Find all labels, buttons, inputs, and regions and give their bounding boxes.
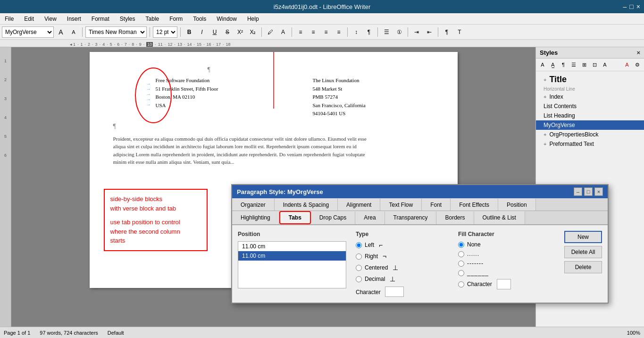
- paragraph-text[interactable]: Proident, excepteur ea aliqua commodo qu…: [113, 135, 434, 166]
- tab-indents-spacing[interactable]: Indents & Spacing: [275, 198, 338, 211]
- style-item-index[interactable]: + Index: [536, 92, 644, 101]
- list-num-button[interactable]: ①: [393, 26, 405, 38]
- font-size-dropdown[interactable]: 12 pt: [153, 26, 177, 38]
- styles-color-btn[interactable]: A: [622, 60, 632, 69]
- tab-position[interactable]: Position: [498, 198, 536, 211]
- style-item-list-contents[interactable]: List Contents: [536, 101, 644, 111]
- styles-tb-btn-7[interactable]: A: [600, 60, 610, 69]
- clear-format-button[interactable]: T: [454, 26, 465, 38]
- styles-title: Styles: [540, 49, 558, 56]
- menu-window[interactable]: Window: [215, 15, 239, 23]
- close-button[interactable]: ×: [636, 3, 640, 10]
- fill-underline-radio[interactable]: [458, 270, 464, 276]
- tab-tabs[interactable]: Tabs: [279, 211, 311, 224]
- tab-drop-caps[interactable]: Drop Caps: [311, 211, 355, 224]
- menu-edit[interactable]: Edit: [22, 15, 36, 23]
- bold-button[interactable]: B: [184, 26, 195, 38]
- new-button[interactable]: New: [564, 231, 602, 243]
- font-size-up-btn[interactable]: A: [55, 26, 67, 38]
- paragraph-dialog[interactable]: Paragraph Style: MyOrgVerse – □ × Organi…: [231, 184, 609, 304]
- font-color-button[interactable]: A: [277, 26, 289, 38]
- styles-close-button[interactable]: ×: [636, 49, 640, 56]
- dialog-controls[interactable]: – □ ×: [574, 187, 603, 196]
- tab-transparency[interactable]: Transparency: [385, 211, 437, 224]
- styles-tb-btn-1[interactable]: A: [538, 60, 547, 69]
- styles-tb-btn-4[interactable]: ☰: [569, 60, 578, 69]
- menu-tools[interactable]: Tools: [191, 15, 208, 23]
- tab-organizer[interactable]: Organizer: [232, 198, 275, 211]
- style-item-preformatted[interactable]: + Preformatted Text: [536, 139, 644, 149]
- tab-outline-list[interactable]: Outline & List: [474, 211, 525, 224]
- minimize-button[interactable]: –: [623, 3, 627, 10]
- style-dropdown[interactable]: MyOrgVerse: [2, 26, 54, 38]
- tab-alignment[interactable]: Alignment: [338, 198, 380, 211]
- delete-all-button[interactable]: Delete All: [564, 246, 602, 258]
- tab-text-flow[interactable]: Text Flow: [380, 198, 422, 211]
- fill-character-input[interactable]: [497, 279, 511, 289]
- style-item-orgproperties[interactable]: + OrgPropertiesBlock: [536, 130, 644, 139]
- style-item-list-heading[interactable]: List Heading: [536, 111, 644, 120]
- dialog-close-btn[interactable]: ×: [594, 187, 603, 196]
- align-right-button[interactable]: ≡: [320, 26, 332, 38]
- type-right-radio[interactable]: [356, 254, 362, 260]
- position-list[interactable]: 11.00 cm 11.00 cm: [238, 241, 346, 288]
- fill-character-radio[interactable]: [458, 281, 464, 287]
- menu-insert[interactable]: Insert: [65, 15, 83, 23]
- fill-dots-radio[interactable]: [458, 251, 464, 257]
- menu-file[interactable]: File: [3, 15, 16, 23]
- position-item-1[interactable]: 11.00 cm: [238, 242, 346, 251]
- indent-button[interactable]: ⇥: [411, 26, 422, 38]
- menu-form[interactable]: Form: [167, 15, 184, 23]
- styles-tb-btn-5[interactable]: ⊞: [579, 60, 589, 69]
- window-controls[interactable]: – □ ×: [623, 3, 640, 10]
- tab-font-effects[interactable]: Font Effects: [451, 198, 498, 211]
- menu-table[interactable]: Table: [144, 15, 161, 23]
- style-item-myorgverse[interactable]: MyOrgVerse: [536, 120, 644, 130]
- show-formatting-button[interactable]: ¶: [441, 26, 452, 38]
- delete-button[interactable]: Delete: [564, 261, 602, 273]
- sep9: [438, 27, 438, 37]
- type-centered-radio[interactable]: [356, 265, 362, 271]
- superscript-button[interactable]: X²: [234, 26, 246, 38]
- menu-format[interactable]: Format: [90, 15, 111, 23]
- tab-font[interactable]: Font: [422, 198, 451, 211]
- italic-button[interactable]: I: [196, 26, 208, 38]
- tab-borders[interactable]: Borders: [436, 211, 474, 224]
- style-item-title[interactable]: + Title: [536, 73, 644, 86]
- dialog-maximize-btn[interactable]: □: [584, 187, 593, 196]
- styles-tb-btn-3[interactable]: ¶: [559, 60, 568, 69]
- strikethrough-button[interactable]: S: [222, 26, 233, 38]
- font-size-down-btn[interactable]: A: [68, 26, 79, 38]
- font-name-dropdown[interactable]: Times New Roman: [85, 26, 147, 38]
- type-decimal-radio[interactable]: [356, 276, 362, 282]
- align-center-button[interactable]: ≡: [308, 26, 319, 38]
- underline-button[interactable]: U: [209, 26, 220, 38]
- styles-tb-btn-6[interactable]: ⊡: [590, 60, 599, 69]
- tab-highlighting[interactable]: Highlighting: [232, 211, 279, 224]
- dialog-minimize-btn[interactable]: –: [574, 187, 582, 196]
- fill-dashes-radio[interactable]: [458, 261, 464, 267]
- type-left-radio[interactable]: [356, 242, 362, 248]
- styles-tb-btn-2[interactable]: A̲: [548, 60, 558, 69]
- menu-view[interactable]: View: [42, 15, 59, 23]
- align-justify-button[interactable]: ≡: [333, 26, 344, 38]
- tab-area[interactable]: Area: [355, 211, 385, 224]
- list-button[interactable]: ☰: [381, 26, 392, 38]
- subscript-button[interactable]: X₂: [247, 26, 259, 38]
- dialog-content: Position 11.00 cm 11.00 cm Type Left ⌐ R…: [232, 225, 608, 303]
- fill-dots-row: ......: [458, 251, 551, 257]
- para-spacing-button[interactable]: ¶: [363, 26, 375, 38]
- line-spacing-button[interactable]: ↕: [351, 26, 362, 38]
- maximize-button[interactable]: □: [629, 3, 633, 10]
- highlight-button[interactable]: 🖊: [265, 26, 276, 38]
- position-item-2[interactable]: 11.00 cm: [238, 251, 346, 261]
- styles-options-btn[interactable]: ⚙: [633, 60, 642, 69]
- styles-panel-controls[interactable]: ×: [636, 49, 640, 56]
- left-margin: 1 2 3 4 5 6: [0, 47, 11, 327]
- align-left-button[interactable]: ≡: [295, 26, 306, 38]
- outdent-button[interactable]: ⇤: [424, 26, 435, 38]
- character-input[interactable]: [385, 287, 404, 297]
- menu-help[interactable]: Help: [245, 15, 261, 23]
- menu-styles[interactable]: Styles: [118, 15, 137, 23]
- fill-none-radio[interactable]: [458, 242, 464, 248]
